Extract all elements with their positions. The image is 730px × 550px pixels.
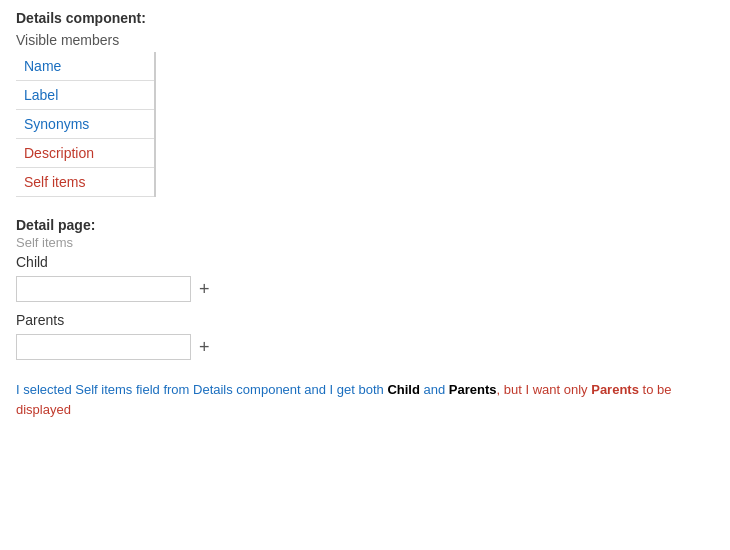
child-plus-button[interactable]: +	[199, 280, 210, 298]
details-component-section: Details component: Visible members Name …	[16, 10, 714, 209]
visible-members-label: Visible members	[16, 32, 714, 48]
parents-input[interactable]	[16, 334, 191, 360]
self-items-sublabel: Self items	[16, 235, 714, 250]
member-label[interactable]: Label	[16, 81, 154, 110]
child-input-row: +	[16, 276, 714, 302]
parents-plus-button[interactable]: +	[199, 338, 210, 356]
detail-page-section: Detail page: Self items Child + Parents …	[16, 217, 714, 360]
note-part2: and	[420, 382, 449, 397]
child-input[interactable]	[16, 276, 191, 302]
note-parents2: Parents	[591, 382, 639, 397]
detail-page-label: Detail page:	[16, 217, 714, 233]
member-synonyms[interactable]: Synonyms	[16, 110, 154, 139]
parents-label: Parents	[16, 312, 714, 328]
bottom-note: I selected Self items field from Details…	[16, 380, 714, 419]
member-self-items[interactable]: Self items	[16, 168, 154, 197]
parents-input-row: +	[16, 334, 714, 360]
member-description[interactable]: Description	[16, 139, 154, 168]
members-list: Name Label Synonyms Description Self ite…	[16, 52, 156, 197]
note-child: Child	[387, 382, 420, 397]
note-parents: Parents	[449, 382, 497, 397]
note-part3: , but I want only	[497, 382, 592, 397]
child-label: Child	[16, 254, 714, 270]
note-part1: I selected Self items field from Details…	[16, 382, 387, 397]
details-component-label: Details component:	[16, 10, 714, 26]
member-name[interactable]: Name	[16, 52, 154, 81]
